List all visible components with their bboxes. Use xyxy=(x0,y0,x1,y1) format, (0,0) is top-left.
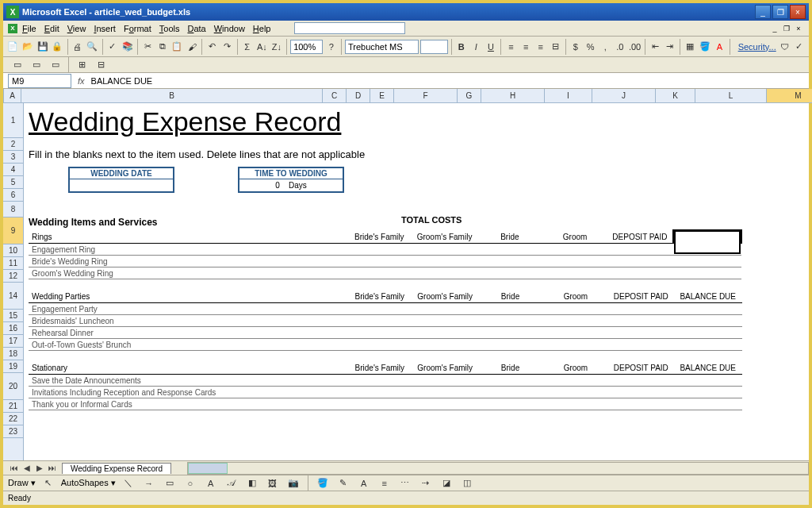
tb2-1-icon[interactable]: ▭ xyxy=(10,57,25,73)
wedding-date-value[interactable] xyxy=(70,179,173,191)
row-header-5[interactable]: 5 xyxy=(3,176,23,189)
cell[interactable] xyxy=(347,267,412,279)
menu-tools[interactable]: Tools xyxy=(159,24,180,33)
research-icon[interactable]: 📚 xyxy=(121,39,134,55)
font-name-box[interactable]: Trebuchet MS xyxy=(345,40,419,54)
cell[interactable] xyxy=(477,315,542,327)
cell[interactable] xyxy=(673,303,742,315)
sum-icon[interactable]: Σ xyxy=(240,39,254,55)
line-style-icon[interactable]: ≡ xyxy=(377,475,393,491)
italic-icon[interactable]: I xyxy=(469,39,483,55)
align-right-icon[interactable]: ≡ xyxy=(534,39,547,55)
diagram-icon[interactable]: ◧ xyxy=(244,475,260,491)
cell[interactable] xyxy=(543,375,608,387)
arrow-style-icon[interactable]: ⇢ xyxy=(418,475,434,491)
maximize-button[interactable]: ❐ xyxy=(772,5,788,19)
col-header-J[interactable]: J xyxy=(592,89,656,102)
cell[interactable] xyxy=(477,244,542,256)
help-search-box[interactable] xyxy=(294,22,405,34)
row-header-8[interactable]: 8 xyxy=(3,202,23,217)
row-header-2[interactable]: 2 xyxy=(3,138,23,151)
cell[interactable] xyxy=(347,315,412,327)
cell[interactable] xyxy=(608,375,673,387)
cell[interactable] xyxy=(477,387,542,398)
menu-insert[interactable]: Insert xyxy=(94,24,116,33)
cell[interactable] xyxy=(673,315,742,327)
horizontal-scrollbar[interactable] xyxy=(187,462,809,475)
sec2-icon[interactable]: ✓ xyxy=(792,39,806,55)
sec1-icon[interactable]: 🛡 xyxy=(778,39,791,55)
rect-icon[interactable]: ▭ xyxy=(162,475,178,491)
row-header-23[interactable]: 23 xyxy=(3,425,23,438)
cell[interactable] xyxy=(673,327,742,339)
row-header-14[interactable]: 14 xyxy=(3,283,23,310)
cell[interactable] xyxy=(542,244,607,256)
cell[interactable] xyxy=(412,256,477,267)
cell[interactable] xyxy=(608,398,673,410)
align-center-icon[interactable]: ≡ xyxy=(519,39,533,55)
3d-icon[interactable]: ◫ xyxy=(459,475,475,491)
cell[interactable] xyxy=(412,244,477,256)
cell[interactable] xyxy=(608,315,673,327)
arrow-icon[interactable]: → xyxy=(141,475,157,491)
wordart-icon[interactable]: 𝒜 xyxy=(224,475,239,491)
oval-icon[interactable]: ○ xyxy=(182,475,198,491)
indent-inc-icon[interactable]: ⇥ xyxy=(663,39,676,55)
inc-decimal-icon[interactable]: .0 xyxy=(614,39,627,55)
tb2-2-icon[interactable]: ▭ xyxy=(29,57,44,73)
sheet-area[interactable]: Wedding Expense Record Fill in the blank… xyxy=(24,103,809,460)
security-link[interactable]: Security... xyxy=(738,42,776,52)
cell[interactable] xyxy=(347,244,412,256)
row-header-21[interactable]: 21 xyxy=(3,400,23,413)
cell[interactable] xyxy=(673,339,742,351)
bold-icon[interactable]: B xyxy=(454,39,468,55)
sheet-tab[interactable]: Wedding Expense Record xyxy=(62,463,171,474)
dash-icon[interactable]: ⋯ xyxy=(397,475,413,491)
shadow-icon[interactable]: ◪ xyxy=(439,475,454,491)
col-header-G[interactable]: G xyxy=(458,89,481,102)
col-header-A[interactable]: A xyxy=(4,89,21,102)
cell[interactable] xyxy=(608,339,673,351)
menu-window[interactable]: Window xyxy=(214,24,245,33)
col-header-M[interactable]: M xyxy=(767,89,812,102)
cell[interactable] xyxy=(477,303,542,315)
cell[interactable] xyxy=(477,375,542,387)
help-icon[interactable]: ? xyxy=(324,39,338,55)
cell[interactable] xyxy=(673,256,741,267)
tb2-4-icon[interactable]: ⊞ xyxy=(74,57,90,73)
col-header-D[interactable]: D xyxy=(347,89,370,102)
redo-icon[interactable]: ↷ xyxy=(220,39,234,55)
row-header-16[interactable]: 16 xyxy=(3,322,23,335)
menu-help[interactable]: Help xyxy=(253,24,271,33)
cell[interactable] xyxy=(412,398,477,410)
row-header-12[interactable]: 12 xyxy=(3,270,23,283)
doc-restore[interactable]: ❐ xyxy=(781,23,792,34)
col-header-E[interactable]: E xyxy=(370,89,394,102)
cell[interactable] xyxy=(412,315,477,327)
cell[interactable] xyxy=(673,398,742,410)
cell[interactable] xyxy=(543,327,608,339)
cell[interactable] xyxy=(607,267,672,279)
draw-menu[interactable]: Draw ▾ xyxy=(8,478,36,488)
cell[interactable] xyxy=(347,256,412,267)
menu-format[interactable]: Format xyxy=(124,24,151,33)
underline-icon[interactable]: U xyxy=(485,39,498,55)
row-header-1[interactable]: 1 xyxy=(3,103,23,138)
cell[interactable] xyxy=(347,398,412,410)
row-header-20[interactable]: 20 xyxy=(3,373,23,400)
col-header-I[interactable]: I xyxy=(545,89,592,102)
line-color-icon[interactable]: ✎ xyxy=(335,475,351,491)
col-header-H[interactable]: H xyxy=(481,89,545,102)
tab-last-icon[interactable]: ⏭ xyxy=(46,463,59,474)
fill-color-icon[interactable]: 🪣 xyxy=(698,39,711,55)
new-icon[interactable]: 📄 xyxy=(6,39,20,55)
tab-prev-icon[interactable]: ◀ xyxy=(21,463,33,474)
row-header-19[interactable]: 19 xyxy=(3,360,23,373)
cell[interactable] xyxy=(412,387,477,398)
autoshapes-menu[interactable]: AutoShapes ▾ xyxy=(61,478,116,488)
tb2-3-icon[interactable]: ▭ xyxy=(48,57,63,73)
cell[interactable] xyxy=(412,267,477,279)
row-header-3[interactable]: 3 xyxy=(3,151,23,164)
picture-icon[interactable]: 📷 xyxy=(285,475,301,491)
cell[interactable] xyxy=(477,398,542,410)
